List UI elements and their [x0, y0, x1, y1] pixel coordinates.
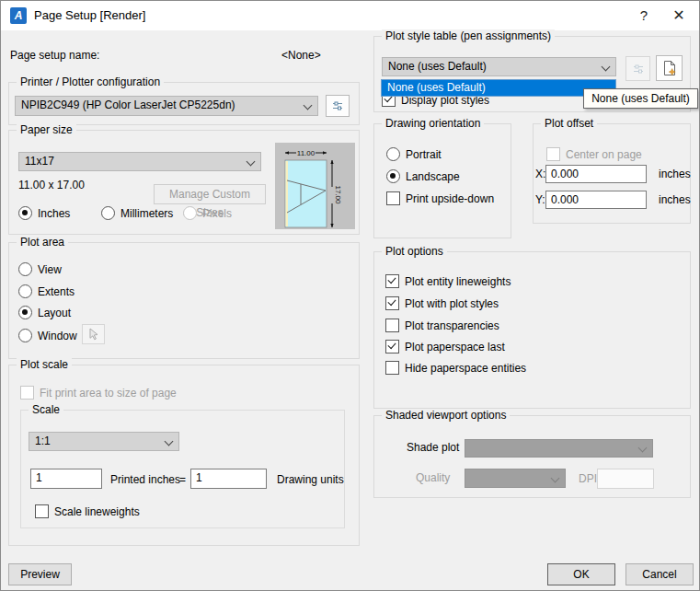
plot-area-radio-layout[interactable]: Layout	[18, 306, 71, 319]
paper-preview-image: 11.00 17.00	[275, 143, 355, 229]
printer-combobox[interactable]: NPIB2C949 (HP Color LaserJet CP5225dn)	[15, 96, 318, 116]
units-radio-millimeters[interactable]: Millimeters	[101, 206, 173, 220]
plot-options-group: Plot options Plot entity lineweights Plo…	[373, 251, 691, 409]
radio-label: Portrait	[406, 148, 442, 161]
plot-style-group-label: Plot style table (pen assignments)	[382, 29, 555, 42]
quality-label: Quality	[416, 471, 450, 484]
orientation-radio-portrait[interactable]: Portrait	[386, 147, 442, 161]
plot-style-tooltip: None (uses Default)	[583, 88, 698, 109]
pick-window-button	[82, 324, 105, 344]
checkbox-label: Plot entity lineweights	[405, 275, 511, 288]
radio-icon	[18, 329, 32, 342]
page-setup-dialog: A Page Setup [Render] ? ✕ Page setup nam…	[0, 0, 700, 591]
fit-print-area-checkbox: Fit print area to size of page	[20, 386, 177, 400]
checkbox-icon	[385, 296, 399, 310]
radio-icon	[386, 169, 400, 183]
radio-icon	[183, 206, 197, 220]
plot-area-radio-extents[interactable]: Extents	[18, 284, 75, 298]
plot-entity-lineweights-checkbox[interactable]: Plot entity lineweights	[385, 274, 511, 288]
radio-label: Extents	[38, 285, 75, 298]
shade-plot-label: Shade plot	[407, 441, 459, 454]
plot-with-plot-styles-checkbox[interactable]: Plot with plot styles	[385, 296, 499, 310]
chevron-down-icon	[551, 474, 560, 483]
plot-style-combobox[interactable]: None (uses Default)	[382, 57, 616, 76]
printer-group: Printer / Plotter configuration NPIB2C94…	[8, 82, 360, 125]
new-page-icon	[660, 60, 678, 77]
radio-label: Landscape	[406, 170, 460, 183]
scale-group-label: Scale	[29, 403, 63, 416]
page-setup-name-label: Page setup name:	[10, 49, 99, 62]
dropdown-item-none[interactable]: None (uses Default)	[387, 80, 615, 96]
close-button[interactable]: ✕	[665, 3, 693, 29]
paper-height-dim: 17.00	[334, 185, 342, 204]
checkbox-icon	[385, 340, 399, 353]
plot-style-dropdown-list: None (uses Default)	[381, 79, 616, 97]
paper-dimensions-text: 11.00 x 17.00	[18, 179, 85, 191]
chevron-down-icon	[602, 63, 611, 72]
plot-area-group-label: Plot area	[17, 236, 68, 249]
cancel-button[interactable]: Cancel	[625, 563, 694, 585]
radio-label: Window	[38, 330, 77, 342]
center-on-page-checkbox: Center on page	[546, 147, 642, 161]
paper-size-group-label: Paper size	[17, 123, 76, 136]
radio-label: Inches	[38, 207, 70, 220]
radio-label: View	[38, 263, 62, 276]
printed-units-label: Printed inches	[110, 473, 180, 486]
shaded-viewport-group: Shaded viewport options Shade plot Quali…	[373, 415, 691, 498]
checkbox-label: Print upside-down	[406, 192, 494, 205]
checkbox-label: Plot transparencies	[405, 319, 499, 332]
quality-combobox	[465, 469, 566, 488]
plot-scale-group: Plot scale Fit print area to size of pag…	[8, 365, 360, 546]
plot-area-radio-window[interactable]: Window	[18, 329, 77, 342]
plot-paperspace-last-checkbox[interactable]: Plot paperspace last	[385, 340, 505, 353]
checkbox-label: Plot with plot styles	[405, 297, 499, 310]
paper-size-combobox[interactable]: 11x17	[18, 152, 261, 171]
checkbox-label: Hide paperspace entities	[405, 362, 526, 375]
print-upside-down-checkbox[interactable]: Print upside-down	[386, 191, 494, 205]
dpi-input	[597, 469, 654, 489]
equals-sign: =	[179, 473, 186, 486]
drawing-orientation-group: Drawing orientation Portrait Landscape P…	[373, 123, 511, 238]
sliders-icon	[631, 62, 646, 76]
drawing-units-label: Drawing units	[277, 473, 344, 486]
radio-icon	[18, 306, 32, 319]
dpi-label: DPI	[579, 472, 597, 485]
printer-group-label: Printer / Plotter configuration	[17, 75, 164, 88]
x-offset-label: X:	[535, 168, 545, 180]
paper-size-combobox-value: 11x17	[25, 155, 54, 168]
scale-lineweights-checkbox[interactable]: Scale lineweights	[35, 504, 140, 518]
radio-label: Millimeters	[120, 207, 173, 220]
shaded-viewport-group-label: Shaded viewport options	[382, 409, 510, 422]
app-icon: A	[10, 7, 27, 24]
plot-area-radio-view[interactable]: View	[18, 262, 62, 276]
help-button[interactable]: ?	[630, 3, 658, 29]
checkbox-icon	[35, 504, 49, 518]
checkbox-icon	[386, 191, 400, 205]
page-setup-name-value: <None>	[281, 49, 321, 62]
printed-units-input[interactable]: 1	[30, 469, 102, 489]
ok-button[interactable]: OK	[547, 563, 615, 585]
x-offset-units: inches	[659, 168, 691, 180]
radio-icon	[386, 147, 400, 161]
x-offset-input[interactable]: 0.000	[545, 165, 647, 183]
checkbox-icon	[385, 274, 399, 288]
preview-button[interactable]: Preview	[8, 563, 72, 585]
checkbox-label: Fit print area to size of page	[40, 387, 177, 400]
plot-transparencies-checkbox[interactable]: Plot transparencies	[385, 319, 499, 332]
units-radio-inches[interactable]: Inches	[18, 206, 70, 220]
radio-icon	[101, 206, 115, 220]
paper-size-group: Paper size 11x17 11.00	[8, 130, 360, 235]
orientation-radio-landscape[interactable]: Landscape	[386, 169, 460, 183]
radio-icon	[18, 262, 32, 276]
paper-preview: 11.00 17.00	[275, 143, 355, 229]
radio-icon	[18, 206, 32, 220]
drawing-units-input[interactable]: 1	[190, 469, 267, 489]
y-offset-label: Y:	[535, 193, 545, 206]
scale-combobox[interactable]: 1:1	[29, 432, 179, 451]
plot-offset-group: Plot offset Center on page X: 0.000 inch…	[533, 123, 691, 224]
plot-area-group: Plot area View Extents Layout Window	[8, 242, 360, 359]
hide-paperspace-entities-checkbox[interactable]: Hide paperspace entities	[385, 361, 526, 375]
printer-properties-button[interactable]	[326, 95, 350, 117]
y-offset-input[interactable]: 0.000	[545, 191, 647, 209]
new-plot-style-button[interactable]	[656, 55, 683, 81]
